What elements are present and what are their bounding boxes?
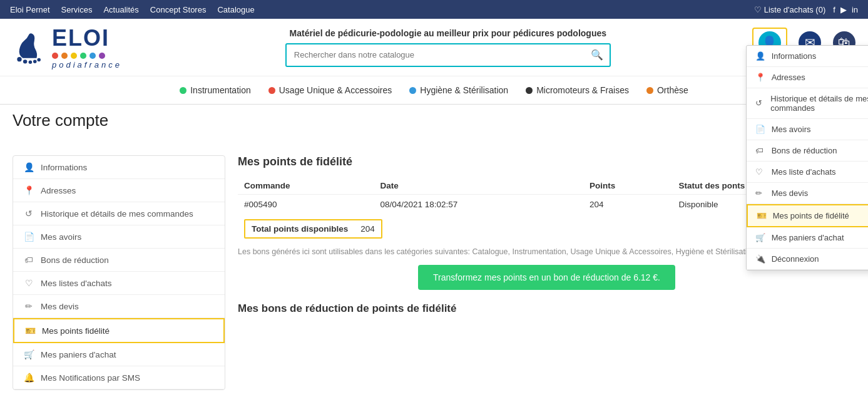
svg-point-1 [23, 59, 27, 63]
dropdown-item-6[interactable]: ✏Mes devis [747, 183, 868, 204]
sidebar-label-1: Adresses [41, 186, 76, 195]
sidebar-item-4[interactable]: 🏷Bons de réduction [13, 249, 225, 272]
sidebar-item-2[interactable]: ↺Historique et détails de mes commandes [13, 202, 225, 225]
sidebar-item-1[interactable]: 📍Adresses [13, 179, 225, 202]
total-value: 204 [360, 224, 375, 234]
dd-icon-5: ♡ [755, 167, 765, 177]
col-commande: Commande [238, 177, 374, 195]
header: ELOI podiafrance Matériel de pédicurie-p… [0, 19, 868, 76]
sidebar-label-9: Mes Notifications par SMS [41, 373, 140, 383]
sidebar-icon-6: ✏ [23, 301, 34, 311]
dd-label-0: Informations [772, 51, 817, 61]
sidebar-item-0[interactable]: 👤Informations [13, 156, 225, 179]
dd-label-5: Mes liste d'achats [772, 167, 836, 177]
cat-dot [180, 87, 186, 94]
total-row: Total points disponibles 204 [244, 219, 382, 239]
top-nav: Eloi Pernet Services Actualités Concept … [0, 0, 868, 19]
dropdown-item-2[interactable]: ↺Historique et détails de mes commandes [747, 88, 868, 119]
youtube-icon[interactable]: ▶ [840, 5, 847, 14]
search-input[interactable] [287, 50, 585, 59]
sidebar-icon-9: 🔔 [23, 373, 34, 383]
dropdown-item-8[interactable]: 🛒Mes paniers d'achat [747, 227, 868, 249]
sidebar-icon-3: 📄 [23, 232, 34, 242]
topnav-concept[interactable]: Concept Stores [150, 5, 207, 14]
convert-button[interactable]: Transformez mes points en un bon de rédu… [418, 265, 675, 290]
header-center: Matériel de pédicurie-podologie au meill… [156, 28, 740, 67]
dd-icon-8: 🛒 [755, 233, 765, 242]
dropdown-item-0[interactable]: 👤Informations [747, 46, 868, 67]
claire-btn-wrap: 👤 Claire 👤Informations📍Adresses↺Historiq… [752, 28, 787, 68]
dd-label-4: Bons de réduction [772, 146, 837, 155]
sidebar-label-7: Mes points fidélité [42, 326, 110, 336]
dropdown-item-3[interactable]: 📄Mes avoirs [747, 119, 868, 140]
cat-label: Hygiène & Stérilisation [420, 85, 508, 95]
sidebar-item-8[interactable]: 🛒Mes paniers d'achat [13, 343, 225, 366]
col-points: Points [583, 177, 672, 195]
sidebar-icon-5: ♡ [23, 278, 34, 288]
dd-label-8: Mes paniers d'achat [772, 233, 844, 242]
svg-point-3 [33, 59, 37, 63]
dd-label-1: Adresses [772, 73, 805, 82]
cat-nav-item[interactable]: Instrumentation [180, 85, 251, 95]
dropdown-item-1[interactable]: 📍Adresses [747, 67, 868, 88]
logo-icon [13, 29, 47, 66]
sidebar-icon-0: 👤 [23, 162, 34, 172]
dd-icon-2: ↺ [755, 98, 765, 108]
page-title-area: Votre compte [0, 105, 868, 143]
dd-label-7: Mes points de fidélité [773, 211, 849, 220]
sidebar-icon-2: ↺ [23, 209, 34, 219]
facebook-icon[interactable]: f [833, 5, 835, 14]
sidebar-item-6[interactable]: ✏Mes devis [13, 295, 225, 318]
dropdown-item-5[interactable]: ♡Mes liste d'achats [747, 162, 868, 183]
svg-point-2 [29, 60, 33, 64]
sidebar-label-6: Mes devis [41, 302, 79, 311]
cat-nav-item[interactable]: Hygiène & Stérilisation [409, 85, 508, 95]
dd-icon-9: 🔌 [755, 254, 765, 264]
search-button[interactable]: 🔍 [585, 49, 610, 61]
sub-section-title: Mes bons de réduction de points de fidél… [238, 302, 855, 315]
dd-icon-1: 📍 [755, 73, 765, 82]
sidebar-item-9[interactable]: 🔔Mes Notifications par SMS [13, 366, 225, 389]
sidebar-icon-4: 🏷 [23, 255, 34, 265]
logo-podia-text: podiafrance [52, 60, 122, 70]
svg-point-0 [17, 57, 21, 61]
cat-nav-item[interactable]: Micromoteurs & Fraises [526, 85, 629, 95]
sidebar-label-5: Mes listes d'achats [41, 279, 112, 288]
sidebar-item-5[interactable]: ♡Mes listes d'achats [13, 272, 225, 295]
sidebar-icon-7: 🎫 [24, 326, 36, 336]
dropdown-item-4[interactable]: 🏷Bons de réduction [747, 140, 868, 162]
top-nav-right: ♡ Liste d'achats (0) f ▶ in [754, 5, 858, 14]
sidebar-item-7[interactable]: 🎫Mes points fidélité [13, 318, 225, 343]
total-label: Total points disponibles [252, 224, 348, 234]
dd-label-6: Mes devis [772, 188, 809, 198]
dd-label-2: Historique et détails de mes commandes [770, 94, 868, 113]
header-right: 👤 Claire 👤Informations📍Adresses↺Historiq… [752, 28, 855, 68]
topnav-services[interactable]: Services [61, 5, 93, 14]
wishlist-label[interactable]: ♡ Liste d'achats (0) [754, 5, 825, 14]
topnav-actualites[interactable]: Actualités [103, 5, 138, 14]
top-nav-left: Eloi Pernet Services Actualités Concept … [10, 5, 255, 14]
topnav-catalogue[interactable]: Catalogue [217, 5, 254, 14]
logo-area: ELOI podiafrance [13, 25, 156, 70]
dropdown-item-9[interactable]: 🔌Déconnexion [747, 249, 868, 270]
logo-text: ELOI podiafrance [52, 25, 122, 70]
dropdown-item-7[interactable]: 🎫Mes points de fidélité [747, 204, 868, 227]
linkedin-icon[interactable]: in [852, 5, 858, 14]
logo-eloi-text: ELOI [52, 25, 110, 51]
cat-nav-item[interactable]: Usage Unique & Accessoires [268, 85, 392, 95]
sidebar-label-4: Bons de réduction [41, 255, 109, 265]
dd-icon-4: 🏷 [755, 146, 765, 155]
cat-dot [409, 87, 416, 94]
sidebar-icon-1: 📍 [23, 185, 34, 195]
topnav-eloi[interactable]: Eloi Pernet [10, 5, 50, 14]
page-title: Votre compte [13, 111, 855, 130]
cat-label: Usage Unique & Accessoires [279, 85, 392, 95]
sidebar-item-3[interactable]: 📄Mes avoirs [13, 225, 225, 249]
col-date: Date [374, 177, 583, 195]
sidebar-icon-8: 🛒 [23, 349, 34, 359]
sidebar-label-2: Historique et détails de mes commandes [41, 209, 193, 219]
dd-icon-3: 📄 [755, 125, 765, 134]
sidebar-label-8: Mes paniers d'achat [41, 350, 116, 359]
cat-nav-item[interactable]: Orthèse [646, 85, 688, 95]
dd-icon-0: 👤 [755, 51, 765, 61]
